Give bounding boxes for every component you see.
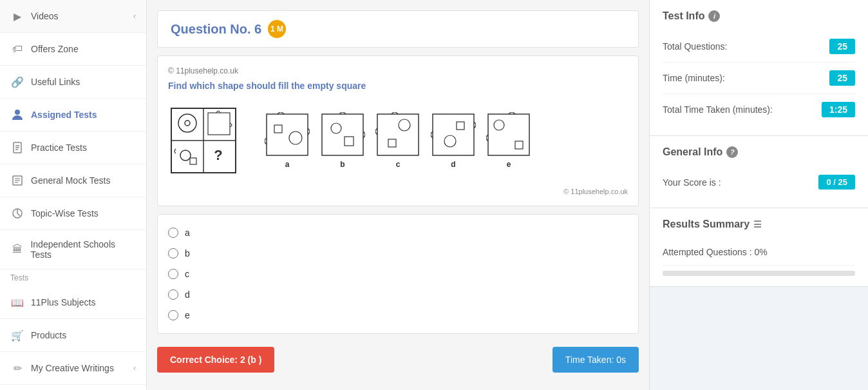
sidebar-item-label: Useful Links — [31, 77, 80, 87]
radio-b[interactable] — [168, 248, 178, 258]
radio-d[interactable] — [168, 289, 178, 300]
puzzle-option-a: a — [265, 112, 310, 169]
svg-point-29 — [444, 135, 456, 147]
chevron-icon: ‹ — [133, 12, 136, 21]
attempted-questions-label: Attempted Questions : 0% — [663, 247, 768, 257]
sidebar-item-my-creative-writings[interactable]: ✏ My Creative Writings ‹ — [0, 352, 146, 385]
svg-point-26 — [399, 119, 410, 131]
radio-e[interactable] — [168, 310, 178, 320]
svg-rect-24 — [344, 137, 354, 146]
sidebar-item-products[interactable]: 🛒 Products — [0, 319, 146, 352]
link-icon: 🔗 — [10, 75, 24, 89]
svg-text:?: ? — [214, 147, 222, 163]
svg-rect-20 — [274, 125, 282, 133]
puzzle-options: a b — [265, 112, 531, 169]
sidebar-item-practice-tests[interactable]: Practice Tests — [0, 132, 146, 164]
svg-point-21 — [289, 132, 302, 144]
label-a[interactable]: a — [185, 228, 190, 238]
score-label: Your Score is : — [663, 177, 721, 188]
results-summary-title: Results Summary — [663, 219, 750, 230]
question-title: Question No. 6 — [171, 22, 261, 37]
option-e-label: e — [507, 160, 511, 169]
svg-rect-30 — [457, 122, 464, 130]
svg-point-13 — [178, 114, 196, 132]
svg-rect-27 — [388, 139, 396, 147]
question-box: © 11plusehelp.co.uk Find which shape sho… — [157, 55, 639, 206]
answer-option-c: c — [168, 264, 628, 284]
file-icon — [10, 141, 24, 155]
correct-choice-button[interactable]: Correct Choice: 2 (b ) — [157, 347, 274, 373]
test-info-section: Test Info i Total Questions: 25 Time (mi… — [650, 0, 868, 136]
time-taken-button[interactable]: Time Taken: 0s — [552, 347, 639, 373]
answer-option-e: e — [168, 305, 628, 326]
user-icon — [10, 108, 24, 122]
label-b[interactable]: b — [185, 248, 190, 258]
total-questions-label: Total Questions: — [663, 41, 727, 52]
general-info-icon: ? — [726, 146, 738, 158]
attempted-questions-row: Attempted Questions : 0% — [663, 239, 855, 266]
sidebar-item-offers-zone[interactable]: 🏷 Offers Zone — [0, 33, 146, 66]
score-row: Your Score is : 0 / 25 — [663, 167, 855, 197]
sidebar-item-label: 11Plus Subjects — [31, 297, 95, 307]
list-icon: ☰ — [753, 219, 762, 229]
svg-point-23 — [331, 123, 341, 133]
copyright-bottom: © 11plusehelp.co.uk — [168, 188, 628, 195]
time-minutes-row: Time (minutes): 25 — [663, 63, 855, 94]
question-instruction: Find which shape should fill the empty s… — [168, 81, 628, 91]
label-c[interactable]: c — [185, 269, 189, 279]
puzzle-option-a-image — [265, 112, 310, 157]
radio-c[interactable] — [168, 269, 178, 279]
time-minutes-value: 25 — [829, 70, 855, 86]
general-info-header: General Info ? — [663, 146, 855, 158]
sidebar-item-assigned-tests[interactable]: Assigned Tests — [0, 99, 146, 132]
puzzle-main-image: ? — [168, 105, 239, 176]
test-info-title: Test Info — [663, 10, 704, 22]
sidebar-item-11plus-subjects[interactable]: 📖 11Plus Subjects — [0, 286, 146, 319]
label-e[interactable]: e — [185, 310, 190, 320]
option-a-label: a — [285, 160, 290, 169]
test-info-header: Test Info i — [663, 10, 855, 22]
tests-section-label: Tests — [0, 269, 146, 286]
sidebar-item-useful-links[interactable]: 🔗 Useful Links — [0, 66, 146, 99]
sidebar-item-topic-wise-tests[interactable]: Topic-Wise Tests — [0, 197, 146, 230]
chevron-icon: ‹ — [133, 364, 136, 373]
sidebar-item-label: Offers Zone — [31, 44, 79, 54]
sidebar-item-videos[interactable]: ▶ Videos ‹ — [0, 0, 146, 33]
info-icon: i — [708, 10, 720, 22]
right-panel: Test Info i Total Questions: 25 Time (mi… — [649, 0, 868, 390]
answer-option-d: d — [168, 284, 628, 305]
products-icon: 🛒 — [10, 328, 24, 342]
svg-rect-17 — [190, 158, 196, 164]
total-time-taken-label: Total Time Taken (minutes): — [663, 104, 773, 115]
svg-point-32 — [494, 120, 504, 130]
puzzle-option-e-image — [486, 112, 531, 157]
main-content: Question No. 6 1 M © 11plusehelp.co.uk F… — [147, 0, 649, 390]
label-d[interactable]: d — [185, 289, 190, 300]
question-copyright: © 11plusehelp.co.uk — [168, 66, 628, 75]
option-b-label: b — [340, 160, 344, 169]
puzzle-option-c: c — [375, 112, 420, 169]
svg-rect-25 — [377, 114, 419, 155]
subjects-icon: 📖 — [10, 295, 24, 309]
sidebar-item-general-mock-tests[interactable]: General Mock Tests — [0, 164, 146, 197]
svg-rect-19 — [267, 114, 308, 155]
puzzle-option-d: d — [431, 112, 476, 169]
sidebar-item-independent-schools[interactable]: 🏛 Independent Schools Tests — [0, 230, 146, 269]
results-summary-header: Results Summary ☰ — [663, 219, 855, 230]
total-time-taken-row: Total Time Taken (minutes): 1:25 — [663, 94, 855, 125]
sidebar-item-label: Topic-Wise Tests — [31, 208, 99, 219]
total-questions-value: 25 — [829, 39, 855, 54]
option-c-label: c — [396, 160, 401, 169]
results-summary-section: Results Summary ☰ Attempted Questions : … — [650, 208, 868, 287]
svg-rect-33 — [515, 141, 523, 149]
answer-options: a b c d e — [157, 214, 639, 334]
school-icon: 🏛 — [10, 242, 24, 257]
puzzle-option-e: e — [486, 112, 531, 169]
general-info-section: General Info ? Your Score is : 0 / 25 — [650, 136, 868, 208]
radio-a[interactable] — [168, 228, 178, 238]
answer-option-a: a — [168, 222, 628, 243]
mark-badge: 1 M — [268, 20, 286, 38]
topic-icon — [10, 206, 24, 220]
offers-icon: 🏷 — [10, 42, 24, 56]
sidebar-item-label: My Creative Writings — [31, 363, 114, 373]
